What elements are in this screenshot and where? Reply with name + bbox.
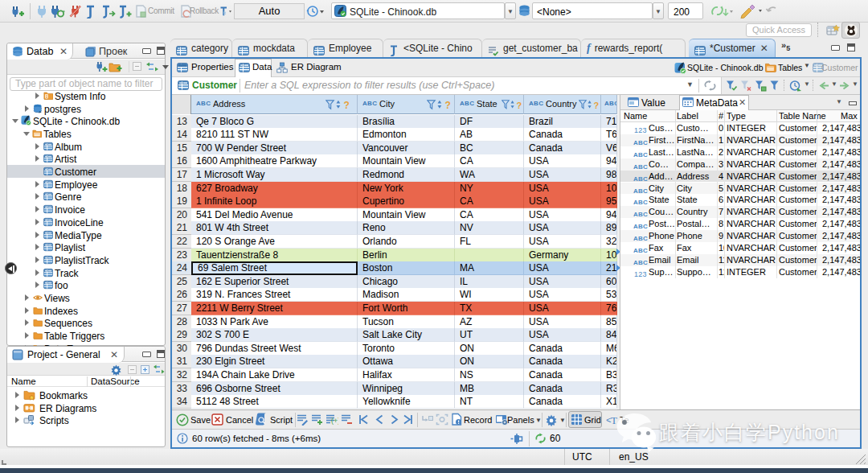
svg-text:(+): (+) (331, 417, 338, 425)
svg-text:?: ? (594, 101, 600, 110)
svg-text:?: ? (445, 100, 451, 111)
svg-text:?: ? (517, 101, 522, 110)
svg-text:?: ? (344, 100, 350, 111)
